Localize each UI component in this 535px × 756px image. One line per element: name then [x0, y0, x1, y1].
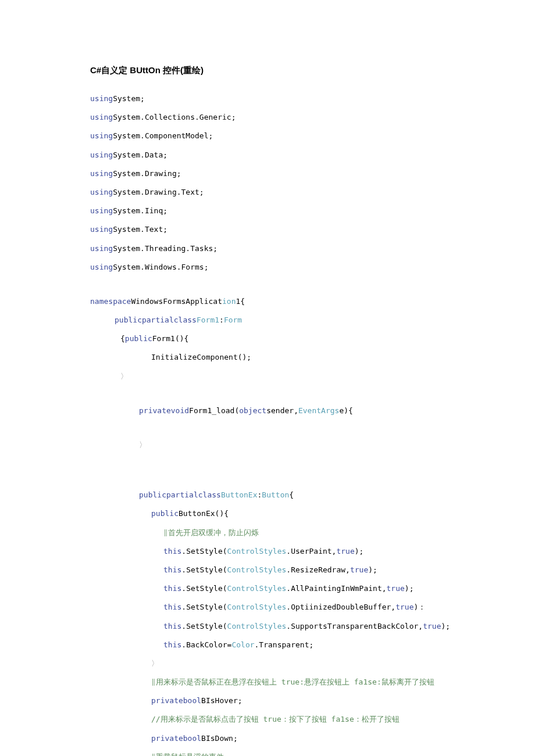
- code-text: .SetStyle(: [181, 603, 227, 611]
- keyword-true: true: [350, 565, 368, 574]
- code-text: .SetStyle(: [181, 565, 227, 574]
- code-text: sender,: [266, 406, 298, 415]
- keyword-this: this: [163, 640, 181, 649]
- keyword-this: this: [163, 565, 181, 574]
- code-text: ButtonEx(){: [179, 509, 229, 518]
- code-line: this.SetStyle(ControlStyles.AllPaintingI…: [90, 583, 535, 594]
- code-line: this.SetStyle(ControlStyles.UserPaint,tr…: [90, 546, 535, 557]
- brace-close: 〉: [151, 659, 159, 668]
- code-text: .SetStyle(: [181, 584, 227, 593]
- keyword-bool: bool: [183, 696, 201, 705]
- code-line: ∥重载鼠标悬浮的事件: [90, 752, 535, 756]
- keyword-private: private: [139, 406, 171, 415]
- code-line: publicpartialclassForm1:Form: [90, 315, 535, 325]
- code-text: Form1_load(: [189, 406, 239, 415]
- keyword-void: void: [171, 406, 189, 415]
- type-buttonex: ButtonEx: [221, 490, 258, 499]
- type-form1: Form1: [197, 316, 219, 324]
- code-line: publicpartialclassButtonEx:Button{: [90, 490, 535, 500]
- code-line: 〉: [90, 658, 535, 669]
- code-line: usingSystem.ComponentModel;: [90, 131, 535, 141]
- brace-close: 〉: [139, 440, 147, 449]
- keyword-using: using: [90, 225, 113, 234]
- blank-line: [90, 281, 535, 296]
- type-controlstyles: ControlStyles: [227, 565, 287, 574]
- comment: ∥重载鼠标悬浮的事件: [151, 753, 224, 756]
- code-line: //用来标示是否鼠标点击了按钮 true：按下了按钮 fa1se：松开了按钮: [90, 714, 535, 725]
- code-text: .AllPaintingInWmPaint,: [286, 584, 386, 593]
- code-line: {publicForm1(){: [90, 334, 535, 344]
- code-line: ∥用来标示是否鼠标正在悬浮在按钮上 true:悬浮在按钮上 fa1se:鼠标离开…: [90, 677, 535, 687]
- code-line: privatevoidForm1_load(objectsender,Event…: [90, 406, 535, 416]
- brace: {: [120, 334, 125, 343]
- code-text: System.Collections.Generic;: [113, 113, 236, 121]
- code-line: ∥首先开启双缓冲，防止闪烁: [90, 528, 535, 538]
- keyword-using: using: [90, 244, 113, 253]
- code-text: Form1(){: [152, 334, 189, 343]
- code-line: privateboolBIsDown;: [90, 733, 535, 744]
- code-text: .OptiinizedDoubleBuffer,: [286, 603, 395, 611]
- code-text: BIsDown;: [201, 734, 238, 743]
- keyword-true: true: [387, 584, 405, 593]
- type-controlstyles: ControlStyles: [227, 584, 287, 593]
- keyword-this: this: [163, 584, 181, 593]
- keyword-private: private: [151, 696, 183, 705]
- keyword-using: using: [90, 206, 113, 215]
- comment: ∥用来标示是否鼠标正在悬浮在按钮上 true:悬浮在按钮上 fa1se:鼠标离开…: [151, 678, 434, 686]
- code-line: usingSystem.Drawing;: [90, 169, 535, 179]
- code-text: System.ComponentModel;: [113, 131, 213, 140]
- code-text: :: [219, 316, 224, 324]
- code-line: this.SetStyle(ControlStyles.OptiinizedDo…: [90, 602, 535, 612]
- code-line: this.SetStyle(ControlStyles.SupportsTran…: [90, 621, 535, 632]
- code-line: usingSystem.Text;: [90, 224, 535, 235]
- code-line: namespaceWindowsFormsApplication1{: [90, 296, 535, 307]
- blank-line: [90, 474, 535, 490]
- code-text: .BackColor=: [181, 640, 231, 649]
- code-line: usingSystem.Threading.Tasks;: [90, 243, 535, 254]
- code-text: System;: [113, 94, 145, 103]
- keyword-true: true: [423, 622, 441, 630]
- type-color: Color: [231, 640, 254, 649]
- keyword-bool: bool: [183, 734, 201, 743]
- brace-close: 〉: [120, 372, 128, 381]
- code-text: .SetStyle(: [181, 622, 227, 630]
- keyword-this: this: [163, 603, 181, 611]
- keyword-partial: partial: [142, 316, 174, 324]
- keyword-public: public: [151, 509, 179, 518]
- code-line: usingSystem.Drawing.Text;: [90, 187, 535, 198]
- keyword-private: private: [151, 734, 183, 743]
- keyword-class: class: [198, 490, 221, 499]
- code-line: usingSystem.Data;: [90, 150, 535, 160]
- code-line: publicButtonEx(){: [90, 508, 535, 519]
- keyword-true: true: [336, 547, 354, 556]
- blank-line: [90, 390, 535, 406]
- type-eventargs: EventArgs: [298, 406, 339, 415]
- keyword-this: this: [163, 622, 181, 630]
- keyword-using: using: [90, 113, 113, 121]
- keyword-class: class: [174, 316, 197, 324]
- code-line: usingSystem.Iinq;: [90, 206, 535, 216]
- code-line: 〉: [90, 440, 535, 450]
- code-text: System.Text;: [113, 225, 167, 234]
- code-text: System.Windows.Forms;: [113, 263, 208, 271]
- code-text: .SetStyle(: [181, 547, 227, 556]
- code-text: System.Drawing;: [113, 169, 181, 178]
- code-text: System.Threading.Tasks;: [113, 244, 217, 253]
- keyword-using: using: [90, 131, 113, 140]
- brace: {: [289, 490, 294, 499]
- code-line: usingSystem;: [90, 94, 535, 104]
- keyword-true: true: [395, 603, 413, 611]
- keyword-public: public: [139, 490, 166, 499]
- keyword-object: object: [239, 406, 266, 415]
- code-text: .SupportsTransparentBackColor,: [286, 622, 423, 630]
- code-text: System.Data;: [113, 151, 167, 159]
- code-text: .UserPaint,: [286, 547, 336, 556]
- type-form: Form: [224, 316, 242, 324]
- code-line: usingSystem.Windows.Forms;: [90, 262, 535, 273]
- code-text: System.Iinq;: [113, 206, 167, 215]
- type-button: Button: [262, 490, 289, 499]
- code-line: InitializeComponent();: [90, 352, 535, 363]
- code-line: this.BackColor=Color.Transparent;: [90, 640, 535, 650]
- code-text: WindowsFormsApplicat: [131, 297, 222, 306]
- type-ion: ion: [222, 297, 236, 306]
